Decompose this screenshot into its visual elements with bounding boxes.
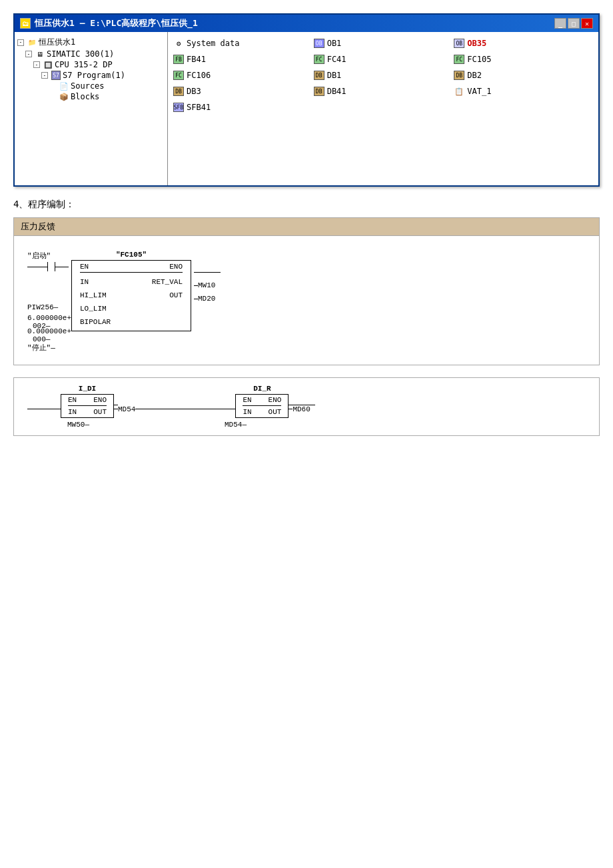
vat1-icon: 📋 xyxy=(454,87,464,96)
block-fc41[interactable]: FC FC41 xyxy=(314,52,453,67)
out-value: MD20 xyxy=(198,295,215,303)
block-label-vat1: VAT_1 xyxy=(467,87,491,96)
idi-eno: ENO xyxy=(93,396,107,404)
fc41-icon: FC xyxy=(314,55,324,64)
block1-title: I_DI xyxy=(61,385,114,393)
tree-label-root: 恒压供水1 xyxy=(39,37,75,48)
block2-title: DI_R xyxy=(235,385,289,393)
network1-title: 压力反馈 xyxy=(21,221,55,231)
block-label-db1: DB1 xyxy=(327,71,342,80)
dir-en: EN xyxy=(243,396,251,404)
retval-out: MW10 xyxy=(198,281,215,289)
tree-item-s7prog[interactable]: - S7 S7 Program(1) xyxy=(41,70,165,81)
idi-out: OUT xyxy=(93,408,107,416)
content-pane: ⚙️ System data OB OB1 OB OB35 FB FB41 FC… xyxy=(168,32,598,185)
block-label-sfb41: SFB41 xyxy=(187,103,211,112)
block-label-fc41: FC41 xyxy=(327,55,346,64)
dir-out: OUT xyxy=(269,408,282,416)
contact-label: "启动" xyxy=(27,251,51,261)
network1-container: 压力反馈 "启动" "FC105" E xyxy=(13,217,600,365)
tree-item-cpu[interactable]: - 🔲 CPU 315-2 DP xyxy=(33,59,165,70)
lo-lim-val: 0.000000e+ xyxy=(27,327,71,335)
expand-root[interactable]: - xyxy=(17,39,24,46)
window-title: 恒压供水1 — E:\PLC高级程序\恒压供_1 xyxy=(35,17,198,29)
out2-label: MD60 xyxy=(293,405,310,413)
ob1-icon: OB xyxy=(314,39,324,48)
simatic-manager-window: 🗂 恒压供水1 — E:\PLC高级程序\恒压供_1 _ □ ✕ - 📁 恒压供… xyxy=(13,13,600,187)
in2-label: MD54— xyxy=(225,421,247,429)
network1-body: "启动" "FC105" EN ENO IN xyxy=(14,236,599,365)
s7-icon: S7 xyxy=(51,71,61,80)
network2-body: I_DI EN ENO IN OUT MD5 xyxy=(14,378,599,435)
piw256-label: PIW256— xyxy=(27,303,58,311)
system-data-icon: ⚙️ xyxy=(173,39,184,48)
expand-s7[interactable]: - xyxy=(41,72,48,79)
dir-eno: ENO xyxy=(269,396,282,404)
tree-label-sources: Sources xyxy=(71,81,105,91)
tree-item-simatic[interactable]: - 🖥 SIMATIC 300(1) xyxy=(25,49,165,59)
maximize-button[interactable]: □ xyxy=(568,18,580,29)
bipolar-val: "停止"— xyxy=(27,343,55,353)
dir-in: IN xyxy=(243,408,251,416)
fb41-icon: FB xyxy=(173,55,184,64)
tree-label-simatic: SIMATIC 300(1) xyxy=(47,49,114,59)
ob35-icon: OB xyxy=(454,39,464,48)
title-bar-left: 🗂 恒压供水1 — E:\PLC高级程序\恒压供_1 xyxy=(20,17,198,29)
out1-label: MD54 xyxy=(118,405,135,413)
fc105-icon: FC xyxy=(454,55,464,64)
title-bar: 🗂 恒压供水1 — E:\PLC高级程序\恒压供_1 _ □ ✕ xyxy=(15,15,598,32)
block-label-db41: DB41 xyxy=(327,87,346,96)
tree-pane: - 📁 恒压供水1 - 🖥 SIMATIC 300(1) - 🔲 CPU 315… xyxy=(15,32,168,185)
block-fb41[interactable]: FB FB41 xyxy=(173,52,312,67)
block-ob35[interactable]: OB OB35 xyxy=(454,36,593,51)
block-label-db2: DB2 xyxy=(467,71,482,80)
idi-en: EN xyxy=(68,396,77,404)
block-label-fb41: FB41 xyxy=(187,55,206,64)
block-fc105[interactable]: FC FC105 xyxy=(454,52,593,67)
tree-label-cpu: CPU 315-2 DP xyxy=(55,60,113,69)
block-label-ob1: OB1 xyxy=(327,39,342,48)
block-ob1[interactable]: OB OB1 xyxy=(314,36,453,51)
block-vat1[interactable]: 📋 VAT_1 xyxy=(454,84,593,99)
idi-in: IN xyxy=(68,408,77,416)
func-title: "FC105" xyxy=(71,251,191,259)
db41-icon: DB xyxy=(314,87,324,96)
func-en-label: EN xyxy=(80,263,89,271)
window-body: - 📁 恒压供水1 - 🖥 SIMATIC 300(1) - 🔲 CPU 315… xyxy=(15,32,598,185)
block-label-system-data: System data xyxy=(187,39,239,48)
block-db41[interactable]: DB DB41 xyxy=(314,84,453,99)
block-label-db3: DB3 xyxy=(187,87,201,96)
func-eno-label: ENO xyxy=(169,263,183,271)
block-fc106[interactable]: FC FC106 xyxy=(173,68,312,83)
db1-icon: DB xyxy=(314,71,324,80)
block-db2[interactable]: DB DB2 xyxy=(454,68,593,83)
network2-container: I_DI EN ENO IN OUT MD5 xyxy=(13,377,600,436)
sources-icon: 📄 xyxy=(59,81,69,91)
func-retval-label: RET_VAL xyxy=(152,275,183,289)
minimize-button[interactable]: _ xyxy=(554,18,566,29)
tree-label-s7: S7 Program(1) xyxy=(63,71,125,80)
func-out-label: OUT xyxy=(169,289,183,302)
tree-item-sources[interactable]: 📄 Sources xyxy=(49,81,165,91)
block-label-ob35: OB35 xyxy=(467,39,486,48)
tree-label-blocks: Blocks xyxy=(71,92,99,101)
close-button[interactable]: ✕ xyxy=(581,18,593,29)
cpu-icon: 🔲 xyxy=(43,60,53,69)
expand-simatic[interactable]: - xyxy=(25,51,32,57)
tree-item-blocks[interactable]: 📦 Blocks xyxy=(49,91,165,102)
hi-lim-val: 6.000000e+ xyxy=(27,314,71,322)
window-icon: 🗂 xyxy=(20,18,31,29)
block-system-data[interactable]: ⚙️ System data xyxy=(173,36,312,51)
window-controls: _ □ ✕ xyxy=(554,18,593,29)
block-label-fc105: FC105 xyxy=(467,55,491,64)
block-db1[interactable]: DB DB1 xyxy=(314,68,453,83)
block-db3[interactable]: DB DB3 xyxy=(173,84,312,99)
block-sfb41[interactable]: SFB SFB41 xyxy=(173,100,312,115)
in1-label: MW50— xyxy=(67,421,89,429)
expand-cpu[interactable]: - xyxy=(33,61,40,68)
network1-header: 压力反馈 xyxy=(14,218,599,236)
sfb41-icon: SFB xyxy=(173,103,184,112)
block-label-fc106: FC106 xyxy=(187,71,211,80)
tree-item-root[interactable]: - 📁 恒压供水1 xyxy=(17,36,165,49)
fc106-icon: FC xyxy=(173,71,184,80)
